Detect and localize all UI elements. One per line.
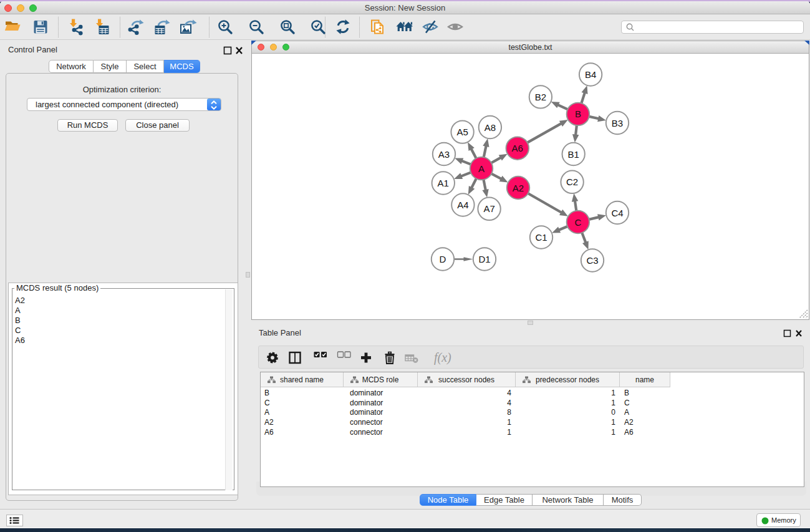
svg-text:B: B xyxy=(575,109,581,119)
svg-text:D1: D1 xyxy=(478,254,490,264)
svg-text:A7: A7 xyxy=(483,203,494,214)
svg-text:A2: A2 xyxy=(513,183,524,193)
svg-text:B1: B1 xyxy=(568,149,579,160)
svg-text:B2: B2 xyxy=(535,92,546,102)
svg-text:A5: A5 xyxy=(456,127,468,137)
svg-text:C3: C3 xyxy=(586,255,598,266)
svg-text:A4: A4 xyxy=(457,200,468,210)
svg-text:A8: A8 xyxy=(485,122,496,133)
svg-text:D: D xyxy=(440,254,446,264)
svg-text:C4: C4 xyxy=(611,208,623,218)
svg-text:A1: A1 xyxy=(438,178,449,188)
svg-text:C1: C1 xyxy=(535,232,547,243)
svg-text:B3: B3 xyxy=(612,118,623,128)
svg-text:A3: A3 xyxy=(438,149,450,160)
svg-text:C2: C2 xyxy=(566,177,578,187)
svg-text:C: C xyxy=(574,217,581,228)
svg-text:A6: A6 xyxy=(512,143,523,153)
svg-text:A: A xyxy=(478,163,485,174)
svg-text:B4: B4 xyxy=(585,69,596,80)
svg-text:f(x): f(x) xyxy=(434,351,451,365)
